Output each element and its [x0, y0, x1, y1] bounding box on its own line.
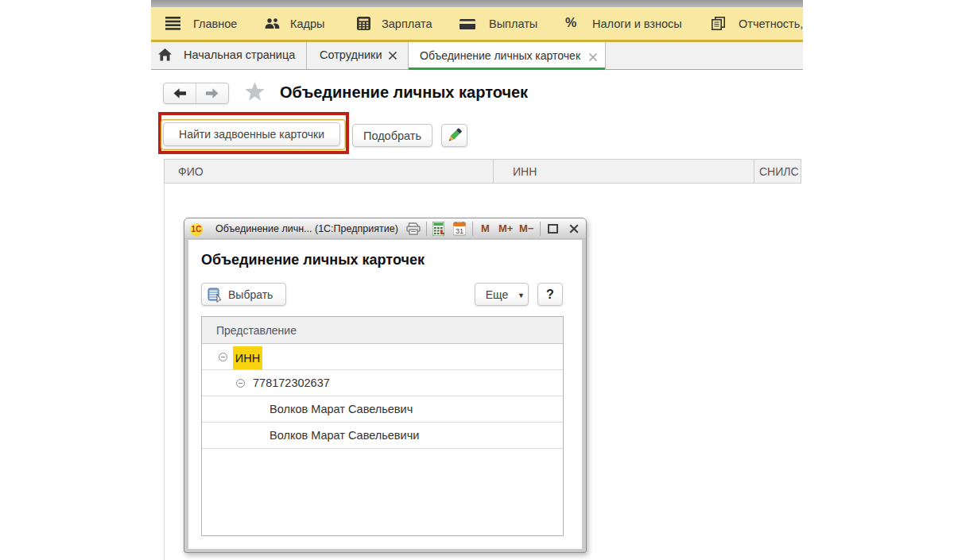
- svg-text:31: 31: [456, 227, 463, 235]
